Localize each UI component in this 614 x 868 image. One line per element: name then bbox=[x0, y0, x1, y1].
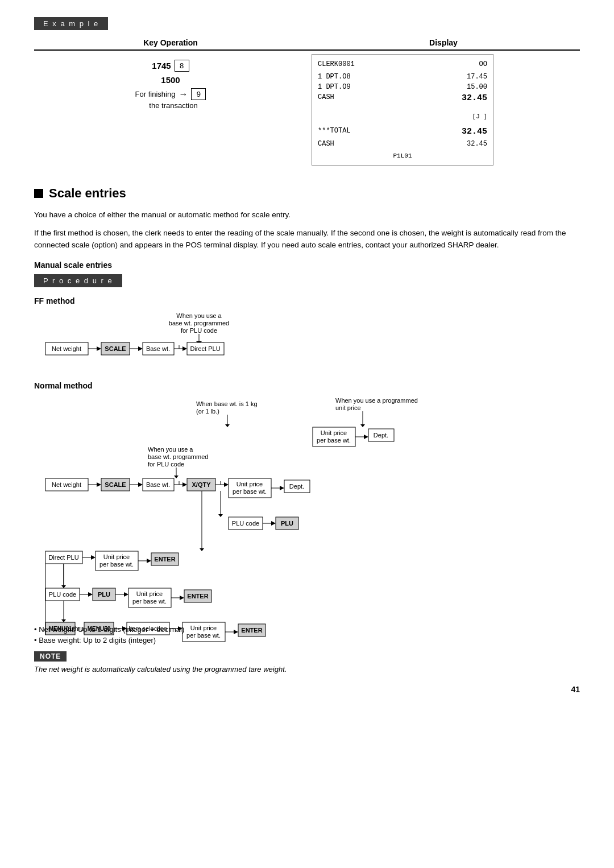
svg-marker-66 bbox=[218, 514, 223, 517]
svg-text:Base wt.: Base wt. bbox=[146, 481, 170, 488]
svg-marker-97 bbox=[124, 592, 128, 597]
svg-text:per base wt.: per base wt. bbox=[99, 561, 134, 568]
svg-marker-12 bbox=[138, 346, 143, 351]
svg-text:Unit price: Unit price bbox=[237, 481, 263, 487]
svg-text:per base wt.: per base wt. bbox=[132, 598, 167, 605]
receipt-total-line: ***TOTAL 32.45 bbox=[318, 126, 487, 139]
finishing-label: For finishing bbox=[135, 90, 176, 98]
svg-text:SCALE: SCALE bbox=[105, 481, 126, 488]
key-value-1500: 1500 bbox=[161, 75, 180, 85]
transaction-label: the transaction bbox=[149, 101, 197, 110]
finishing-arrow: → bbox=[179, 89, 188, 100]
bullet-item-2: Base weight: Up to 2 digits (integer) bbox=[34, 636, 580, 644]
receipt-display: CLERK0001 OO 1 DPT.O8 17.45 1 DPT.O9 15.… bbox=[312, 54, 493, 166]
body-text-1: You have a choice of either the manual o… bbox=[34, 209, 580, 221]
svg-marker-27 bbox=[360, 424, 365, 427]
key-display-table: Key Operation Display 1745 8 1500 For fi… bbox=[34, 36, 580, 169]
svg-text:When base wt. is 1 kg: When base wt. is 1 kg bbox=[196, 400, 258, 407]
total-value: 32.45 bbox=[462, 126, 487, 139]
display-cell: CLERK0001 OO 1 DPT.O8 17.45 1 DPT.O9 15.… bbox=[307, 50, 580, 169]
key-operation-header: Key Operation bbox=[34, 36, 307, 50]
svg-text:X/QTY: X/QTY bbox=[192, 481, 211, 488]
svg-marker-102 bbox=[180, 596, 184, 600]
ff-flow-diagram: When you use a base wt. programmed for P… bbox=[34, 311, 432, 368]
cash-label2: CASH bbox=[318, 139, 334, 149]
svg-text:SCALE: SCALE bbox=[105, 345, 126, 352]
bullet-item-1: Net weight: Up to 5 digits (integer + de… bbox=[34, 625, 580, 634]
receipt-value-2: 15.00 bbox=[467, 82, 487, 92]
svg-text:Base wt.: Base wt. bbox=[146, 345, 170, 352]
svg-marker-32 bbox=[364, 435, 368, 439]
svg-marker-93 bbox=[88, 592, 93, 597]
normal-method-section: Normal method When base wt. is 1 kg (or … bbox=[34, 381, 580, 614]
section-title-row: Scale entries bbox=[34, 186, 580, 201]
svg-marker-79 bbox=[91, 555, 96, 560]
display-header: Display bbox=[307, 36, 580, 50]
svg-text:Unit price: Unit price bbox=[321, 429, 347, 436]
svg-text:per base wt.: per base wt. bbox=[317, 437, 351, 444]
svg-text:Unit price: Unit price bbox=[103, 553, 130, 560]
receipt-line-2: 1 DPT.O9 15.00 bbox=[318, 82, 487, 92]
receipt-cash-label: CASH bbox=[318, 92, 334, 105]
svg-text:for PLU code: for PLU code bbox=[148, 461, 184, 468]
key-row-1: 1745 8 bbox=[152, 60, 189, 72]
body-text-2: If the first method is chosen, the clerk… bbox=[34, 227, 580, 251]
svg-marker-57 bbox=[224, 482, 229, 487]
svg-text:PLU: PLU bbox=[98, 591, 110, 598]
svg-text:Unit price: Unit price bbox=[190, 625, 217, 631]
svg-text:(or 1 lb.): (or 1 lb.) bbox=[196, 408, 219, 415]
receipt-header: CLERK0001 OO bbox=[318, 59, 487, 69]
svg-text:Net weight: Net weight bbox=[52, 481, 81, 488]
svg-text:for PLU code: for PLU code bbox=[181, 327, 217, 334]
receipt-label-2: 1 DPT.O9 bbox=[318, 82, 351, 92]
svg-marker-106 bbox=[61, 619, 66, 622]
svg-text:Net weight: Net weight bbox=[52, 345, 81, 352]
receipt-cash-line2: CASH 32.45 bbox=[318, 139, 487, 149]
svg-marker-39 bbox=[174, 476, 179, 478]
ff-method-section: FF method When you use a base wt. progra… bbox=[34, 296, 580, 370]
svg-text:per base wt.: per base wt. bbox=[186, 632, 221, 639]
svg-marker-84 bbox=[147, 559, 151, 563]
manual-scale-title: Manual scale entries bbox=[34, 261, 580, 270]
key-button-9: 9 bbox=[191, 88, 206, 100]
key-row-2: 1500 bbox=[161, 75, 180, 85]
svg-text:ENTER: ENTER bbox=[187, 593, 208, 600]
note-text: The net weight is automatically calculat… bbox=[34, 665, 580, 673]
note-badge: NOTE bbox=[34, 651, 67, 662]
svg-text:Direct PLU: Direct PLU bbox=[190, 345, 220, 352]
key-value-1745: 1745 bbox=[152, 61, 171, 71]
svg-text:When you use a: When you use a bbox=[148, 446, 193, 453]
key-button-8: 8 bbox=[175, 60, 189, 72]
svg-text:Dept.: Dept. bbox=[374, 432, 388, 439]
receipt-page: P1L01 bbox=[318, 151, 487, 161]
key-operation-cell: 1745 8 1500 For finishing → 9 the transa… bbox=[34, 50, 307, 169]
receipt-j: [J ] bbox=[318, 112, 487, 122]
svg-text:Direct PLU: Direct PLU bbox=[48, 554, 78, 561]
section-square-icon bbox=[34, 189, 43, 198]
svg-text:per base wt.: per base wt. bbox=[233, 488, 267, 495]
svg-text:ENTER: ENTER bbox=[154, 556, 175, 563]
svg-text:Dept.: Dept. bbox=[289, 483, 304, 490]
receipt-cash-value: 32.45 bbox=[462, 92, 487, 105]
svg-marker-62 bbox=[280, 486, 284, 490]
svg-marker-70 bbox=[271, 521, 276, 526]
svg-text:PLU: PLU bbox=[281, 520, 293, 527]
svg-marker-25 bbox=[225, 424, 230, 427]
normal-method-title: Normal method bbox=[34, 381, 580, 390]
svg-text:PLU code: PLU code bbox=[49, 591, 76, 598]
key-row-finishing: For finishing → 9 bbox=[135, 88, 206, 100]
svg-marker-43 bbox=[97, 482, 101, 487]
ff-method-title: FF method bbox=[34, 296, 580, 305]
svg-marker-52 bbox=[182, 482, 187, 487]
key-entry-area: 1745 8 1500 For finishing → 9 the transa… bbox=[39, 54, 302, 115]
svg-text:When you use a: When you use a bbox=[176, 312, 222, 319]
receipt-label-1: 1 DPT.O8 bbox=[318, 72, 351, 82]
example-badge: E x a m p l e bbox=[34, 17, 108, 30]
svg-marker-75 bbox=[200, 548, 204, 551]
page-number: 41 bbox=[34, 685, 580, 694]
receipt-line-1: 1 DPT.O8 17.45 bbox=[318, 72, 487, 82]
receipt-line-cash: CASH 32.45 bbox=[318, 92, 487, 105]
receipt-value-1: 17.45 bbox=[467, 72, 487, 82]
svg-text:ENTER: ENTER bbox=[241, 627, 262, 634]
section-title-text: Scale entries bbox=[49, 186, 126, 201]
